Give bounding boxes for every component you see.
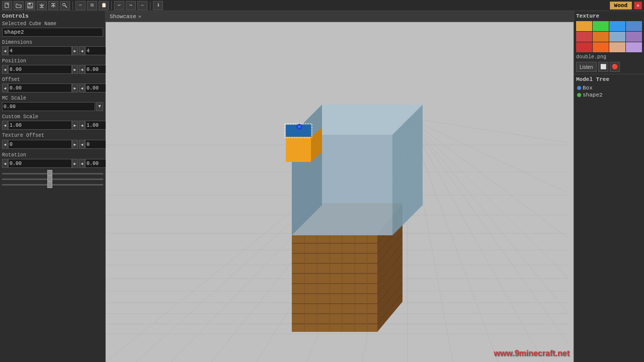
texture-offset-section: Texture Offset ◀ ▶ ◀ ▶ Mirror <box>2 133 103 149</box>
off-x-spinner: ◀ ▶ <box>2 83 78 93</box>
tree-item-box[interactable]: Box <box>576 84 642 92</box>
tool-btn-6[interactable] <box>60 1 70 10</box>
texture-title: Texture <box>576 13 642 19</box>
canvas-viewport[interactable]: www.9minecraft.net <box>106 22 574 362</box>
off-x-up[interactable]: ▶ <box>72 83 78 93</box>
tex-x-up[interactable]: ▶ <box>72 140 78 149</box>
pos-x-input[interactable] <box>8 65 72 74</box>
canvas-tab-label[interactable]: Showcase ✕ <box>110 14 141 20</box>
cs-y-down[interactable]: ◀ <box>79 121 85 130</box>
dim-x-spinner: ◀ ▶ <box>2 46 78 55</box>
mc-scale-input[interactable] <box>2 102 95 111</box>
texture-cell-2[interactable] <box>609 21 625 31</box>
pos-x-spinner: ◀ ▶ <box>2 65 78 74</box>
main-layout: Controls Selected Cube Name Dimensions ◀… <box>0 11 644 362</box>
rot-x-down[interactable]: ◀ <box>2 159 8 168</box>
texture-cell-9[interactable] <box>593 42 609 52</box>
off-x-down[interactable]: ◀ <box>2 83 8 93</box>
copy-button[interactable]: ⧉ <box>87 1 97 10</box>
texture-grid <box>576 21 642 52</box>
redo-button[interactable]: ↪ <box>126 1 136 10</box>
tex-y-down[interactable]: ◀ <box>79 140 85 149</box>
mc-scale-section: MC Scale ▼ <box>2 96 103 111</box>
toolbar-sep-1 <box>72 2 73 10</box>
right-panel: Texture double.png Listen ⬜ 🔴 Model Tree… <box>574 11 644 362</box>
pos-x-down[interactable]: ◀ <box>2 65 8 74</box>
paste-button[interactable]: 📋 <box>99 1 109 10</box>
info-button[interactable]: ℹ <box>153 1 163 10</box>
pos-y-down[interactable]: ◀ <box>79 65 85 74</box>
rot-x-up[interactable]: ▶ <box>72 159 78 168</box>
rotation-row: ◀ ▶ ◀ ▶ ◀ ▶ ▼ <box>2 159 103 168</box>
controls-title: Controls <box>2 13 103 19</box>
cs-x-input[interactable] <box>8 121 72 130</box>
dim-y-down[interactable]: ◀ <box>79 46 85 55</box>
rot-x-input[interactable] <box>8 159 72 168</box>
texture-filename: double.png <box>576 54 642 60</box>
titlebar: ✂ ⧉ 📋 ↩ ↪ ↔ ℹ Wood ✕ <box>0 0 644 11</box>
listen-row: Listen ⬜ 🔴 <box>576 62 642 72</box>
texture-icon-btn-1[interactable]: ⬜ <box>598 62 608 72</box>
svg-rect-3 <box>29 6 32 8</box>
listen-button[interactable]: Listen <box>576 62 597 72</box>
cs-x-up[interactable]: ▶ <box>72 121 78 130</box>
texture-cell-0[interactable] <box>576 21 592 31</box>
texture-cell-11[interactable] <box>626 42 642 52</box>
titlebar-right: Wood ✕ <box>610 2 642 10</box>
off-y-down[interactable]: ◀ <box>79 83 85 93</box>
flip-button[interactable]: ↔ <box>137 1 147 10</box>
save-button[interactable] <box>25 1 35 10</box>
offset-row: ◀ ▶ ◀ ▶ ◀ ▶ ▼ <box>2 83 103 93</box>
texture-cell-5[interactable] <box>593 32 609 42</box>
close-button[interactable]: ✕ <box>634 2 642 10</box>
texture-offset-row: ◀ ▶ ◀ ▶ Mirror <box>2 139 103 149</box>
dim-x-up[interactable]: ▶ <box>72 46 78 55</box>
tex-x-input[interactable] <box>8 140 72 149</box>
watermark: www.9minecraft.net <box>494 349 570 358</box>
model-tree-section: Model Tree Boxshape2 <box>574 74 644 101</box>
texture-cell-10[interactable] <box>609 42 625 52</box>
selected-cube-input[interactable] <box>2 28 103 37</box>
texture-cell-8[interactable] <box>576 42 592 52</box>
undo-button[interactable]: ↩ <box>114 1 124 10</box>
tab-title: Showcase <box>110 14 136 20</box>
rot-x-spinner: ◀ ▶ <box>2 159 78 168</box>
rot-y-down[interactable]: ◀ <box>79 159 85 168</box>
viewport-grid <box>106 22 574 362</box>
svg-rect-79 <box>286 137 311 162</box>
export-button[interactable] <box>48 1 58 10</box>
texture-cell-6[interactable] <box>609 32 625 42</box>
cs-x-spinner: ◀ ▶ <box>2 121 78 130</box>
cs-x-down[interactable]: ◀ <box>2 121 8 130</box>
slider-z-handle[interactable] <box>47 181 52 188</box>
tree-dot-shape2 <box>577 93 581 97</box>
texture-cell-1[interactable] <box>593 21 609 31</box>
dim-x-input[interactable] <box>8 46 72 55</box>
canvas-tab-close[interactable]: ✕ <box>138 14 141 20</box>
canvas-area: Showcase ✕ <box>106 11 574 362</box>
tex-x-down[interactable]: ◀ <box>2 140 8 149</box>
texture-cell-7[interactable] <box>626 32 642 42</box>
position-row: ◀ ▶ ◀ ▶ ◀ ▶ ▼ <box>2 65 103 74</box>
tree-item-shape2[interactable]: shape2 <box>576 92 642 99</box>
texture-cell-4[interactable] <box>576 32 592 42</box>
pos-x-up[interactable]: ▶ <box>72 65 78 74</box>
off-x-input[interactable] <box>8 83 72 93</box>
tree-dot-box <box>577 86 581 90</box>
dimensions-label: Dimensions <box>2 40 103 45</box>
texture-icon-btn-2[interactable]: 🔴 <box>610 62 620 72</box>
position-label: Position <box>2 58 103 64</box>
cut-button[interactable]: ✂ <box>75 1 86 10</box>
import-button[interactable] <box>37 1 47 10</box>
new-file-button[interactable] <box>2 1 12 10</box>
dimensions-row: ◀ ▶ ◀ ▶ ◀ ▶ ▼ <box>2 46 103 55</box>
open-folder-button[interactable] <box>14 1 24 10</box>
offset-label: Offset <box>2 77 103 82</box>
model-tree-title: Model Tree <box>576 76 642 82</box>
texture-section: Texture double.png Listen ⬜ 🔴 <box>574 11 644 74</box>
dim-x-down[interactable]: ◀ <box>2 46 8 55</box>
toolbar-sep-3 <box>150 2 150 10</box>
texture-cell-3[interactable] <box>626 21 642 31</box>
mc-scale-end-btn[interactable]: ▼ <box>96 102 103 111</box>
rotation-section: Rotation ◀ ▶ ◀ ▶ ◀ ▶ ▼ <box>2 152 103 168</box>
